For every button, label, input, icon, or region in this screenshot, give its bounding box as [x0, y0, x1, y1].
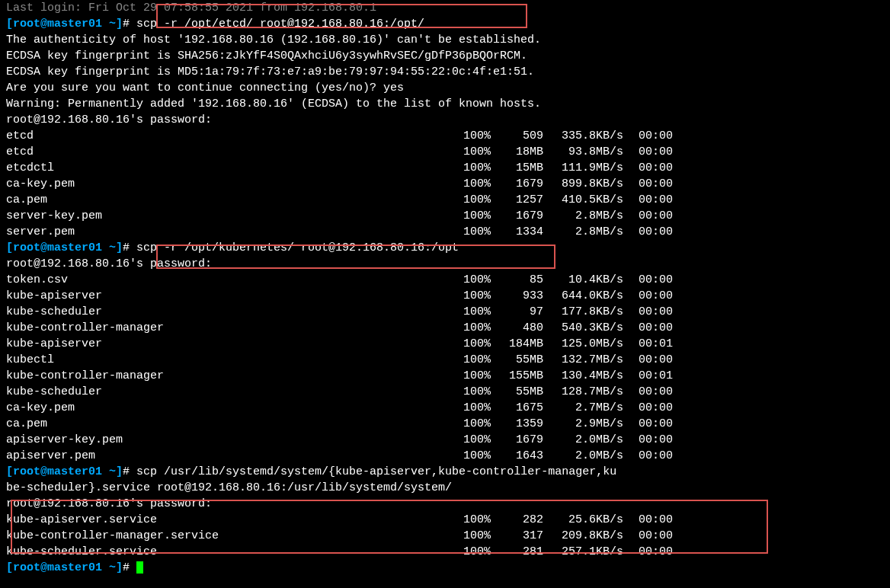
file-name: kube-apiserver — [6, 288, 463, 304]
file-row: kube-apiserver100%184MB125.0MB/s00:01 — [6, 336, 884, 352]
file-name: ca-key.pem — [6, 400, 463, 416]
file-size: 1679 — [501, 208, 547, 224]
file-speed: 209.8KB/s — [547, 528, 639, 544]
file-size: 317 — [501, 528, 547, 544]
file-speed: 2.8MB/s — [547, 224, 639, 240]
file-percent: 100% — [463, 352, 501, 368]
prompt-user: [root@master01 ~] — [6, 18, 123, 30]
file-size: 1679 — [501, 176, 547, 192]
file-speed: 410.5KB/s — [547, 192, 639, 208]
file-name: kube-apiserver — [6, 336, 463, 352]
ecdsa-line-1: ECDSA key fingerprint is SHA256:zJkYfF4S… — [6, 48, 884, 64]
file-name: apiserver.pem — [6, 448, 463, 464]
file-name: etcdctl — [6, 160, 463, 176]
command-3b: be-scheduler}.service root@192.168.80.16… — [6, 480, 884, 496]
file-row: server-key.pem100%16792.8MB/s00:00 — [6, 208, 884, 224]
file-speed: 899.8KB/s — [547, 176, 639, 192]
prompt-line-4[interactable]: [root@master01 ~]# — [6, 560, 884, 576]
file-name: kubectl — [6, 352, 463, 368]
file-time: 00:00 — [639, 128, 692, 144]
file-name: kube-controller-manager.service — [6, 528, 463, 544]
file-name: etcd — [6, 128, 463, 144]
file-percent: 100% — [463, 176, 501, 192]
file-size: 933 — [501, 288, 547, 304]
file-row: kube-controller-manager100%155MB130.4MB/… — [6, 368, 884, 384]
file-size: 509 — [501, 128, 547, 144]
file-size: 15MB — [501, 160, 547, 176]
file-speed: 644.0KB/s — [547, 288, 639, 304]
file-name: kube-controller-manager — [6, 320, 463, 336]
file-size: 1334 — [501, 224, 547, 240]
file-time: 00:00 — [639, 208, 692, 224]
file-row: server.pem100%13342.8MB/s00:00 — [6, 224, 884, 240]
file-name: kube-scheduler — [6, 384, 463, 400]
file-percent: 100% — [463, 384, 501, 400]
file-percent: 100% — [463, 128, 501, 144]
file-percent: 100% — [463, 320, 501, 336]
file-row: ca-key.pem100%16752.7MB/s00:00 — [6, 400, 884, 416]
file-percent: 100% — [463, 528, 501, 544]
file-size: 1643 — [501, 448, 547, 464]
file-time: 00:00 — [639, 224, 692, 240]
prompt-hash: # — [123, 465, 136, 478]
file-time: 00:00 — [639, 144, 692, 160]
file-row: apiserver-key.pem100%16792.0MB/s00:00 — [6, 432, 884, 448]
command-1: scp -r /opt/etcd/ root@192.168.80.16:/op… — [136, 18, 424, 30]
file-time: 00:00 — [639, 400, 692, 416]
file-time: 00:00 — [639, 512, 692, 528]
password-prompt-2: root@192.168.80.16's password: — [6, 256, 884, 272]
file-row: apiserver.pem100%16432.0MB/s00:00 — [6, 448, 884, 464]
file-size: 55MB — [501, 384, 547, 400]
file-name: kube-scheduler — [6, 304, 463, 320]
file-speed: 2.9MB/s — [547, 416, 639, 432]
file-speed: 335.8KB/s — [547, 128, 639, 144]
file-time: 00:00 — [639, 384, 692, 400]
file-row: ca-key.pem100%1679899.8KB/s00:00 — [6, 176, 884, 192]
file-speed: 132.7MB/s — [547, 352, 639, 368]
file-size: 1359 — [501, 416, 547, 432]
terminal-output[interactable]: Last login: Fri Oct 29 07:58:55 2021 fro… — [0, 0, 890, 576]
file-time: 00:00 — [639, 352, 692, 368]
file-name: token.csv — [6, 272, 463, 288]
ecdsa-line-2: ECDSA key fingerprint is MD5:1a:79:7f:73… — [6, 64, 884, 80]
file-row: etcdctl100%15MB111.9MB/s00:00 — [6, 160, 884, 176]
file-list-3: kube-apiserver.service100%28225.6KB/s00:… — [6, 512, 884, 560]
file-row: token.csv100%8510.4KB/s00:00 — [6, 272, 884, 288]
file-row: ca.pem100%13592.9MB/s00:00 — [6, 416, 884, 432]
file-size: 55MB — [501, 352, 547, 368]
prompt-hash: # — [123, 18, 136, 30]
file-speed: 25.6KB/s — [547, 512, 639, 528]
file-list-2: token.csv100%8510.4KB/s00:00kube-apiserv… — [6, 272, 884, 464]
file-percent: 100% — [463, 288, 501, 304]
file-size: 184MB — [501, 336, 547, 352]
file-name: kube-scheduler.service — [6, 544, 463, 560]
file-percent: 100% — [463, 336, 501, 352]
file-row: etcd100%509335.8KB/s00:00 — [6, 128, 884, 144]
prompt-user: [root@master01 ~] — [6, 465, 123, 478]
file-time: 00:01 — [639, 336, 692, 352]
file-row: kube-scheduler100%97177.8KB/s00:00 — [6, 304, 884, 320]
file-speed: 130.4MB/s — [547, 368, 639, 384]
file-size: 155MB — [501, 368, 547, 384]
file-row: ca.pem100%1257410.5KB/s00:00 — [6, 192, 884, 208]
file-speed: 257.1KB/s — [547, 544, 639, 560]
file-time: 00:00 — [639, 288, 692, 304]
file-time: 00:00 — [639, 192, 692, 208]
prompt-user: [root@master01 ~] — [6, 561, 123, 574]
file-time: 00:00 — [639, 304, 692, 320]
file-size: 18MB — [501, 144, 547, 160]
file-percent: 100% — [463, 432, 501, 448]
file-size: 480 — [501, 320, 547, 336]
file-speed: 2.0MB/s — [547, 448, 639, 464]
file-size: 282 — [501, 512, 547, 528]
file-percent: 100% — [463, 400, 501, 416]
file-size: 1675 — [501, 400, 547, 416]
file-time: 00:00 — [639, 416, 692, 432]
file-percent: 100% — [463, 416, 501, 432]
file-percent: 100% — [463, 368, 501, 384]
file-time: 00:00 — [639, 160, 692, 176]
file-size: 85 — [501, 272, 547, 288]
last-login-line: Last login: Fri Oct 29 07:58:55 2021 fro… — [6, 0, 884, 16]
file-time: 00:00 — [639, 432, 692, 448]
prompt-hash: # — [123, 241, 136, 254]
